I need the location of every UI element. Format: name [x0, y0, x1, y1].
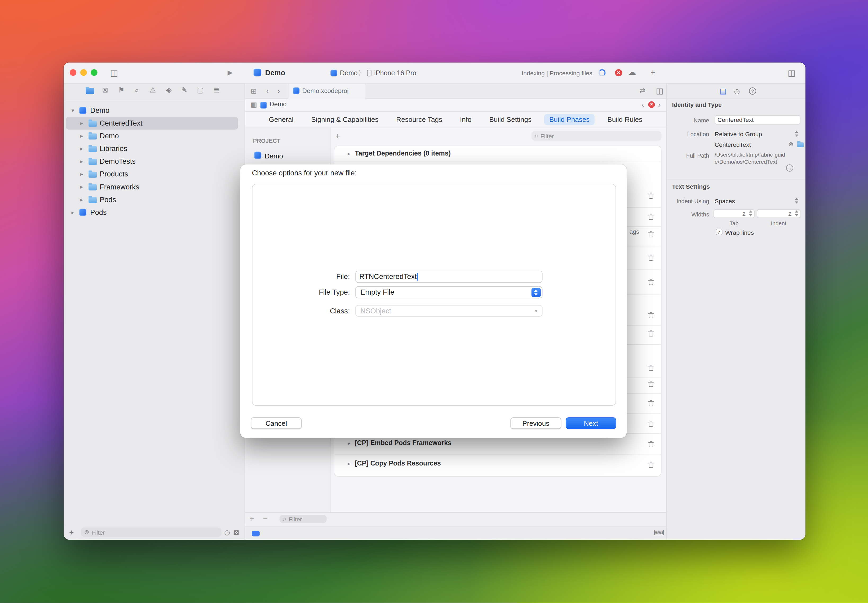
jumpbar-item[interactable]: Demo	[269, 100, 286, 107]
delete-phase-icon[interactable]	[648, 231, 654, 237]
location-popup[interactable]: Relative to Group	[715, 131, 762, 137]
delete-phase-icon[interactable]	[648, 312, 654, 318]
previous-button[interactable]: Previous	[510, 417, 561, 429]
remove-target-button[interactable]: −	[263, 514, 267, 523]
filter-scm-icon[interactable]: ⊠	[234, 529, 239, 536]
tab-build-rules[interactable]: Build Rules	[602, 114, 647, 125]
source-control-navigator-icon[interactable]: ⊠	[100, 86, 110, 94]
sidebar-item-centeredtext[interactable]: ▸ CenteredText	[66, 117, 238, 130]
add-file-button[interactable]: +	[69, 528, 74, 537]
recent-files-icon[interactable]: ◷	[224, 529, 230, 536]
sidebar-item-demo-project[interactable]: ▾ Demo	[66, 104, 238, 117]
breakpoints-navigator-icon[interactable]: ▢	[195, 86, 206, 94]
issues-navigator-icon[interactable]: ⚠	[148, 86, 158, 94]
name-field[interactable]: CenteredText	[715, 115, 800, 125]
reports-navigator-icon[interactable]: ≣	[212, 86, 221, 94]
indent-popup-stepper-icon[interactable]	[794, 197, 800, 205]
scheme-name[interactable]: Demo	[340, 69, 358, 77]
tab-info[interactable]: Info	[455, 114, 477, 125]
next-issue-icon[interactable]: ›	[658, 100, 661, 109]
sidebar-item-libraries[interactable]: ▸ Libraries	[66, 142, 238, 155]
bookmarks-navigator-icon[interactable]: ⚑	[116, 86, 126, 94]
phase-copy-pods[interactable]: [CP] Copy Pods Resources	[355, 459, 441, 467]
phase-disclosure-icon[interactable]: ▸	[348, 150, 351, 156]
disclosure-icon[interactable]: ▸	[80, 130, 83, 142]
disclosure-icon[interactable]: ▸	[80, 193, 83, 206]
clear-reference-icon[interactable]: ⊗	[788, 141, 793, 148]
choose-folder-icon[interactable]	[797, 142, 804, 147]
run-button[interactable]: ▶	[227, 69, 233, 76]
forward-icon[interactable]: ›	[277, 87, 280, 95]
sidebar-item-products[interactable]: ▸ Products	[66, 168, 238, 181]
next-button[interactable]: Next	[566, 417, 616, 429]
sidebar-item-pods-folder[interactable]: ▸ Pods	[66, 193, 238, 206]
disclosure-icon[interactable]: ▸	[80, 155, 83, 168]
cloud-icon[interactable]: ☁	[628, 68, 636, 76]
delete-phase-icon[interactable]	[648, 330, 654, 337]
phase-target-dependencies[interactable]: Target Dependencies (0 items)	[355, 149, 451, 157]
delete-phase-icon[interactable]	[648, 381, 654, 387]
targets-filter-field[interactable]: ⌕ Filter	[280, 515, 327, 523]
minimize-window-button[interactable]	[80, 69, 87, 76]
delete-phase-icon[interactable]	[648, 255, 654, 261]
navigator-filter-field[interactable]: ⊜ Filter	[81, 527, 221, 537]
back-icon[interactable]: ‹	[266, 87, 269, 95]
debug-navigator-icon[interactable]: ✎	[179, 86, 189, 94]
jumpbar-error-badge[interactable]: ✕	[648, 101, 655, 108]
tab-demo-xcodeproj[interactable]: Demo.xcodeproj	[288, 83, 365, 98]
find-navigator-icon[interactable]: ⌕	[132, 86, 142, 94]
run-destination[interactable]: iPhone 16 Pro	[374, 69, 416, 77]
phases-filter-field[interactable]: ⌕ Filter	[532, 131, 662, 141]
delete-phase-icon[interactable]	[648, 462, 654, 468]
disclosure-icon[interactable]: ▸	[80, 168, 83, 181]
tab-build-phases[interactable]: Build Phases	[544, 114, 594, 125]
disclosure-icon[interactable]: ▸	[80, 142, 83, 155]
wrap-lines-checkbox[interactable]: ✓	[716, 229, 722, 235]
reveal-path-icon[interactable]: →	[786, 164, 793, 172]
add-toolbar-button[interactable]: +	[650, 68, 655, 77]
close-window-button[interactable]	[70, 69, 76, 76]
delete-phase-icon[interactable]	[648, 421, 654, 427]
sidebar-item-frameworks[interactable]: ▸ Frameworks	[66, 181, 238, 193]
tab-build-settings[interactable]: Build Settings	[484, 114, 537, 125]
sidebar-item-pods-project[interactable]: ▸ Pods	[66, 206, 238, 219]
cancel-button[interactable]: Cancel	[251, 417, 302, 429]
delete-phase-icon[interactable]	[648, 193, 654, 199]
add-build-phase-button[interactable]: +	[336, 132, 340, 141]
history-inspector-icon[interactable]: ◷	[734, 87, 740, 95]
delete-phase-icon[interactable]	[648, 400, 654, 407]
indent-using-popup[interactable]: Spaces	[715, 198, 735, 204]
location-popup-stepper-icon[interactable]	[794, 130, 800, 138]
add-editor-icon[interactable]: ◫	[656, 87, 664, 95]
tab-signing-capabilities[interactable]: Signing & Capabilities	[306, 114, 384, 125]
delete-phase-icon[interactable]	[648, 279, 654, 285]
sidebar-item-demotests[interactable]: ▸ DemoTests	[66, 155, 238, 168]
delete-phase-icon[interactable]	[648, 441, 654, 447]
prev-issue-icon[interactable]: ‹	[642, 100, 644, 109]
phase-embed-pods[interactable]: [CP] Embed Pods Frameworks	[355, 439, 452, 447]
help-inspector-icon[interactable]: ?	[749, 87, 756, 94]
editor-grid-icon[interactable]: ⊞	[251, 87, 257, 95]
tab-width-stepper-icon[interactable]	[748, 210, 754, 218]
phase-disclosure-icon[interactable]: ▸	[348, 440, 351, 446]
delete-phase-icon[interactable]	[648, 365, 654, 371]
swap-editor-icon[interactable]: ⇄	[639, 87, 645, 94]
tab-resource-tags[interactable]: Resource Tags	[391, 114, 447, 125]
toggle-inspector-icon[interactable]: ◫	[788, 68, 796, 78]
toggle-navigator-icon[interactable]: ◫	[110, 68, 118, 78]
zoom-window-button[interactable]	[91, 69, 97, 76]
disclosure-icon[interactable]: ▾	[71, 104, 74, 117]
file-inspector-icon[interactable]: ▤	[719, 87, 727, 95]
class-combobox[interactable]: NSObject ▾	[355, 305, 542, 317]
add-target-button[interactable]: +	[249, 514, 254, 523]
indent-width-stepper-icon[interactable]	[794, 210, 800, 218]
breakpoints-toggle-icon[interactable]	[252, 531, 260, 537]
delete-phase-icon[interactable]	[648, 213, 654, 220]
sidebar-item-demo-folder[interactable]: ▸ Demo	[66, 130, 238, 142]
disclosure-icon[interactable]: ▸	[71, 206, 74, 219]
project-navigator-icon[interactable]	[86, 88, 94, 94]
disclosure-icon[interactable]: ▸	[80, 181, 83, 193]
console-toggle-icon[interactable]: ⌨	[654, 529, 664, 537]
error-count-badge[interactable]: ✕	[615, 69, 622, 76]
file-name-input[interactable]: RTNCenteredText	[355, 271, 542, 283]
